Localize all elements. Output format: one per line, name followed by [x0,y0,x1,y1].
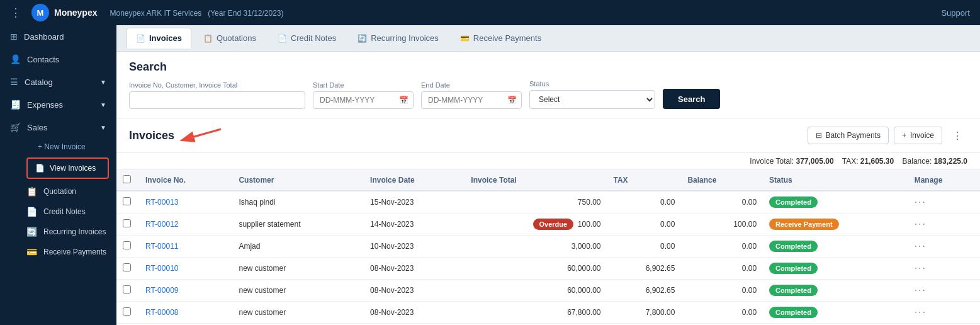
search-form: Invoice No, Customer, Invoice Total Star… [129,80,967,109]
status-badge: Completed [769,241,818,252]
col-customer: Customer [232,170,364,191]
manage-cell: ··· [908,302,980,324]
col-status: Status [763,170,908,191]
table-row: RT-00009 new customer 08-Nov-2023 60,000… [116,280,980,302]
view-invoices-button[interactable]: 📄 View Invoices [26,157,109,179]
tab-recurring-invoices[interactable]: 🔄 Recurring Invoices [348,28,448,48]
table-row: RT-00011 Amjad 10-Nov-2023 3,000.00 0.00… [116,236,980,258]
total-cell: 60,000.00 [465,280,607,302]
topbar-dots[interactable]: ⋮ [10,6,21,20]
sidebar-item-receive-payments[interactable]: 💳 Receive Payments [19,242,116,262]
manage-menu-button[interactable]: ··· [915,285,926,295]
col-invoice-no: Invoice No. [139,170,232,191]
calendar-icon: 📅 [507,96,517,105]
new-invoice-link[interactable]: + New Invoice [19,139,116,155]
status-badge: Completed [769,307,818,318]
tax-label: TAX: [842,157,859,166]
manage-menu-button[interactable]: ··· [915,241,926,251]
sidebar-item-catalog[interactable]: ☰ Catalog ▼ [0,71,116,93]
search-button[interactable]: Search [663,89,720,109]
manage-menu-button[interactable]: ··· [915,263,926,273]
manage-menu-button[interactable]: ··· [915,307,926,317]
row-checkbox[interactable] [123,263,131,271]
row-checkbox[interactable] [123,197,131,205]
row-checkbox[interactable] [123,307,131,316]
tab-label: Invoices [149,33,182,43]
tab-quotations[interactable]: 📋 Quotations [194,28,266,48]
invoice-number-link[interactable]: RT-00009 [145,286,178,295]
manage-cell: ··· [908,191,980,214]
invoices-header: Invoices ⊟ Batch Payments [116,118,980,153]
payment-icon: 💳 [26,247,37,257]
logo: M Moneypex [31,4,97,21]
tab-receive-payments[interactable]: 💳 Receive Payments [451,28,551,48]
add-invoice-button[interactable]: + Invoice [894,127,942,144]
row-checkbox[interactable] [123,285,131,294]
status-badge: Completed [769,263,818,274]
tab-invoices[interactable]: 📄 Invoices [127,28,191,48]
invoice-number-link[interactable]: RT-00011 [145,242,178,251]
total-cell: 67,800.00 [465,302,607,324]
invoice-btn-label: Invoice [910,131,934,140]
manage-cell: ··· [908,280,980,302]
start-date-input[interactable] [313,91,414,109]
search-title: Search [129,60,967,74]
sidebar-item-label: Receive Payments [43,248,106,256]
sidebar-item-recurring-invoices[interactable]: 🔄 Recurring Invoices [19,222,116,242]
invoice-search-input[interactable] [129,91,305,109]
sidebar-item-quotation[interactable]: 📋 Quotation [19,181,116,202]
search-section: Search Invoice No, Customer, Invoice Tot… [116,52,980,118]
sidebar-item-contacts[interactable]: 👤 Contacts [0,48,116,71]
sidebar-item-credit-notes[interactable]: 📄 Credit Notes [19,202,116,222]
start-date-label: Start Date [313,81,414,89]
tab-label: Quotations [217,33,256,43]
sidebar-item-sales[interactable]: 🛒 Sales ▼ [0,116,116,139]
balance-cell: 0.00 [681,236,763,258]
total-cell: Overdue 100.00 [465,214,607,236]
date-cell: 08-Nov-2023 [364,258,465,280]
customer-cell: new customer [232,302,364,324]
header-actions: ⊟ Batch Payments + Invoice ⋮ [808,127,967,144]
select-all-checkbox[interactable] [123,175,131,183]
date-cell: 10-Nov-2023 [364,236,465,258]
tab-credit-notes[interactable]: 📄 Credit Notes [268,28,346,48]
invoice-number-link[interactable]: RT-00013 [145,198,178,207]
row-checkbox[interactable] [123,219,131,227]
tab-label: Receive Payments [473,33,541,43]
status-cell: Completed [763,280,908,302]
manage-menu-button[interactable]: ··· [915,219,926,229]
sidebar-item-label: Catalog [25,77,53,87]
customer-cell: new customer [232,280,364,302]
plus-icon: + [902,131,906,140]
document-icon: 📄 [35,164,45,173]
status-cell: Completed [763,258,908,280]
batch-payments-label: Batch Payments [826,131,881,140]
col-invoice-total: Invoice Total [465,170,607,191]
end-date-input[interactable] [421,91,522,109]
calendar-icon: 📅 [399,96,408,105]
batch-payments-button[interactable]: ⊟ Batch Payments [808,127,889,144]
invoice-tab-icon: 📄 [136,34,145,43]
balance-cell: 0.00 [681,191,763,214]
table-body: RT-00013 Ishaq pindi 15-Nov-2023 750.00 … [116,191,980,325]
invoice-number-link[interactable]: RT-00008 [145,308,178,317]
recurring-icon: 🔄 [26,227,37,237]
more-options-button[interactable]: ⋮ [947,127,967,144]
date-cell: 15-Nov-2023 [364,191,465,214]
balance-cell: 0.00 [681,280,763,302]
table-row: RT-00008 new customer 08-Nov-2023 67,800… [116,302,980,324]
invoice-total-label: Invoice Total: [750,157,794,166]
manage-menu-button[interactable]: ··· [915,197,926,207]
sidebar-item-dashboard[interactable]: ⊞ Dashboard [0,25,116,48]
manage-cell: ··· [908,214,980,236]
sidebar-item-label: Recurring Invoices [43,227,106,236]
invoice-number-link[interactable]: RT-00010 [145,264,178,273]
row-checkbox[interactable] [123,241,131,249]
status-select[interactable]: Select Completed Overdue Receive Payment [529,90,655,109]
manage-cell: ··· [908,258,980,280]
sidebar-item-label: Sales [27,123,48,132]
sidebar-item-expenses[interactable]: 🧾 Expenses ▼ [0,93,116,116]
table-row: RT-00010 new customer 08-Nov-2023 60,000… [116,258,980,280]
invoice-number-link[interactable]: RT-00012 [145,220,178,229]
support-link[interactable]: Support [941,8,970,18]
